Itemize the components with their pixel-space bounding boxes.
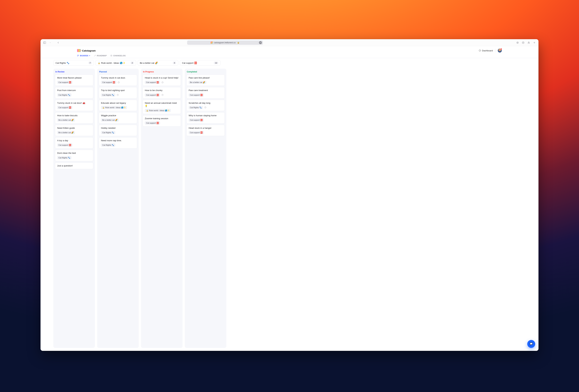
kanban-card[interactable]: Need an annual catuminati meet 💡🔒Rule wo… [143, 100, 181, 114]
card-title: Paw care treatment [189, 89, 222, 92]
clock-icon [117, 94, 119, 96]
card-tag[interactable]: Cat support 🆘 [145, 121, 160, 125]
kanban-card[interactable]: How to be chonkyCat support 🆘 [143, 87, 181, 98]
card-tag-label: Rule world - Ideas 🌎✨ [149, 109, 169, 112]
kanban-card[interactable]: Paw care treatmentCat support 🆘 [186, 87, 225, 98]
card-tag[interactable]: Cat support 🆘 [189, 131, 204, 134]
card-tag[interactable]: Cat Rights 🐾 [189, 106, 203, 109]
card-title: Scratches all day long [189, 102, 222, 105]
toolbar-dropdown-icon[interactable] [48, 41, 52, 44]
kanban-card[interactable]: A toy a dayCat support 🆘 [55, 137, 93, 148]
card-title: Just a question! [57, 164, 91, 167]
kanban-card[interactable]: Zoomie training sessionCat support 🆘 [143, 115, 181, 127]
card-tag-row: Be a better cat 🌈 [57, 118, 91, 122]
card-tag-label: Cat support 🆘 [59, 144, 71, 146]
user-avatar[interactable] [498, 48, 502, 53]
filter-chip-count: 2 [131, 62, 134, 64]
board-filter-chip[interactable]: Cat support 🆘12 [180, 60, 220, 66]
downloads-icon[interactable] [521, 41, 525, 44]
card-tag[interactable]: Cat support 🆘 [189, 118, 204, 122]
card-tag[interactable]: Be a better cat 🌈 [189, 81, 206, 84]
card-tag-label: Cat Rights 🐾 [59, 94, 70, 96]
kanban-card[interactable]: Head is stuck in a cup! Send help!Cat su… [143, 74, 181, 86]
kanban-card[interactable]: Need more nap time.Cat Rights 🐾 [99, 137, 137, 148]
card-tag[interactable]: Cat support 🆘 [101, 81, 116, 84]
lock-icon: 🔒 [98, 62, 100, 64]
card-title: Need more nap time. [101, 139, 135, 142]
card-tag[interactable]: Cat support 🆘 [57, 106, 72, 109]
card-tag[interactable]: Cat Rights 🐾 [101, 93, 115, 97]
kanban-card[interactable]: Scratches all day longCat Rights 🐾 [186, 100, 225, 111]
card-tag[interactable]: Cat Rights 🐾 [57, 93, 72, 97]
kanban-card[interactable]: Tummy stuck in cat door! 🚒Cat support 🆘 [55, 100, 93, 111]
card-tag-row: Cat Rights 🐾 [189, 106, 222, 109]
kanban-card[interactable]: More treat flavors pleaseCat support 🆘 [55, 74, 93, 86]
card-tag-row: Cat support 🆘 [189, 93, 222, 97]
card-tag-label: Cat support 🆘 [146, 94, 159, 96]
share-icon[interactable] [527, 41, 531, 44]
card-tag[interactable]: Cat support 🆘 [57, 81, 72, 84]
card-tag[interactable]: Cat support 🆘 [57, 143, 72, 147]
new-tab-icon[interactable] [533, 41, 536, 44]
address-url: catstagram.hellonext.co [214, 42, 235, 44]
card-tag[interactable]: Be a better cat 🌈 [101, 118, 119, 122]
column-title: Planned [99, 70, 137, 73]
card-tag-row: Cat support 🆘 [145, 121, 179, 125]
sidebar-toggle-icon[interactable] [43, 41, 46, 44]
browser-toolbar: catstagram.hellonext.co 🔒 ••• [41, 39, 538, 46]
kanban-card[interactable]: Why is human staying homeCat support 🆘 [186, 112, 225, 124]
kanban-card[interactable]: Paw care line please!Be a better cat 🌈 [186, 74, 225, 86]
tab-roadmap[interactable]: ROADMAP [94, 55, 107, 57]
card-tag[interactable]: Cat support 🆘 [145, 81, 160, 84]
card-tag[interactable]: Cat Rights 🐾 [57, 156, 72, 159]
board-filter-chip[interactable]: Cat Rights 🐾7 [53, 60, 94, 66]
app-brand[interactable]: Catstagram [44, 49, 96, 52]
kanban-card[interactable]: Educate about cat legacy🔒Rule world - Id… [99, 100, 137, 111]
kanban-board[interactable]: In ReviewMore treat flavors pleaseCat su… [41, 66, 538, 351]
kanban-card[interactable]: Trip to bird sighting spotCat Rights 🐾 [99, 87, 137, 98]
column-title: In Progress [143, 70, 181, 73]
back-button-icon[interactable] [56, 41, 60, 44]
card-tag[interactable]: 🔒Rule world - Ideas 🌎✨ [145, 109, 171, 112]
card-tag[interactable]: 🔒Rule world - Ideas 🌎✨ [101, 106, 127, 109]
filter-chip-count: 12 [214, 62, 218, 64]
card-tag-row: Cat support 🆘 [145, 81, 179, 84]
board-filter-chip[interactable]: Be a better cat 🌈4 [138, 60, 178, 66]
card-tag[interactable]: Cat support 🆘 [145, 93, 160, 97]
tab-boards[interactable]: BOARDS ▾ [77, 55, 90, 57]
kanban-card[interactable]: Hobby neededCat Rights 🐾 [99, 125, 137, 136]
board-filter-chip[interactable]: 🔒Rule world - Ideas 🌎✨2 [95, 60, 136, 66]
tab-changelog[interactable]: CHANGELOG [110, 55, 126, 57]
address-bar[interactable]: catstagram.hellonext.co 🔒 ••• [187, 41, 263, 45]
card-tag[interactable]: Be a better cat 🌈 [57, 131, 75, 134]
board-filter-row: Cat Rights 🐾7🔒Rule world - Ideas 🌎✨2Be a… [50, 58, 224, 66]
card-tag[interactable]: Cat Rights 🐾 [101, 143, 115, 147]
kanban-card[interactable]: Head stuck in a hangerCat support 🆘 [186, 125, 225, 136]
card-title: Post from intercom [57, 89, 91, 92]
kanban-card[interactable]: Post from intercomCat Rights 🐾 [55, 87, 93, 98]
kanban-card[interactable]: Dont clean the bedCat Rights 🐾 [55, 150, 93, 161]
reader-reload-icon[interactable]: ••• [259, 41, 262, 44]
card-tag[interactable]: Cat Rights 🐾 [101, 131, 115, 134]
card-tag[interactable]: Be a better cat 🌈 [57, 118, 75, 122]
kanban-card[interactable]: Just a question! [55, 162, 93, 169]
kanban-card[interactable]: How to bake biscuitsBe a better cat 🌈 [55, 112, 93, 124]
card-title: How to bake biscuits [57, 114, 91, 117]
card-tag-label: Cat Rights 🐾 [102, 94, 114, 96]
card-tag-label: Cat support 🆘 [190, 94, 203, 96]
kanban-card[interactable]: Tummy stuck in cat door.Cat support 🆘 [99, 74, 137, 86]
app-name: Catstagram [82, 49, 96, 52]
kanban-card[interactable]: Need Kitten guideBe a better cat 🌈 [55, 125, 93, 136]
card-tag-label: Cat support 🆘 [146, 81, 159, 83]
card-tag-row: Cat support 🆘 [145, 93, 179, 97]
kanban-card[interactable]: Wiggle practiceBe a better cat 🌈 [99, 112, 137, 124]
shield-icon[interactable] [516, 41, 519, 44]
chat-icon [529, 342, 533, 346]
tab-changelog-label: CHANGELOG [113, 55, 126, 57]
dashboard-link[interactable]: Dashboard [479, 49, 493, 52]
card-tag[interactable]: Cat support 🆘 [189, 93, 204, 97]
card-tag-row: Cat support 🆘 [189, 118, 222, 122]
card-title: Tummy stuck in cat door! 🚒 [57, 102, 91, 105]
app-tabs: BOARDS ▾ ROADMAP CHANGELOG [44, 54, 535, 58]
chat-fab[interactable] [527, 340, 535, 348]
